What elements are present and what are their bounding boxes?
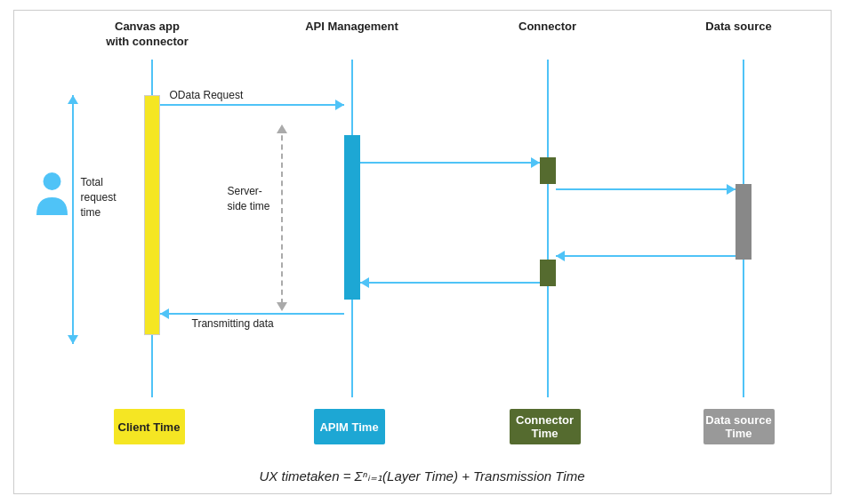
person-icon [32,171,72,227]
activation-connector-top [540,157,556,184]
arrow-connector-to-apim [360,282,540,284]
diagram-container: Canvas appwith connector API Management … [13,10,832,494]
label-odata-request: OData Request [170,89,244,101]
formula: UX timetaken = Σⁿᵢ₌₁(Layer Time) + Trans… [14,468,831,484]
arrow-connector-to-datasource [556,188,735,190]
activation-apim [344,135,360,300]
col-header-connector: Connector [508,20,588,35]
total-request-arrow [72,95,74,344]
time-box-connector: ConnectorTime [510,409,581,444]
lifeline-connector [547,60,549,397]
col-header-apim: API Management [299,20,406,35]
label-server-side-time: Server-side time [228,184,270,214]
server-side-arrow-up [277,124,287,133]
arrow-apim-to-connector [360,162,540,164]
arrow-datasource-to-connector [556,255,735,257]
total-request-label: Totalrequesttime [81,175,117,220]
col-header-datasource: Data source [699,20,779,35]
activation-canvas [144,95,160,335]
server-side-arrow-down [277,302,287,311]
arrow-apim-to-canvas [160,313,344,315]
server-side-arrow-line [281,126,283,304]
time-box-client: Client Time [114,409,185,444]
svg-point-0 [43,172,60,190]
time-box-datasource: Data sourceTime [703,409,775,444]
col-header-canvas: Canvas appwith connector [103,20,192,50]
activation-datasource [735,184,752,260]
activation-connector-bottom [540,260,556,286]
time-box-apim: APIM Time [314,409,385,444]
arrow-odata-request [160,104,344,106]
label-transmitting-data: Transmitting data [192,317,274,330]
